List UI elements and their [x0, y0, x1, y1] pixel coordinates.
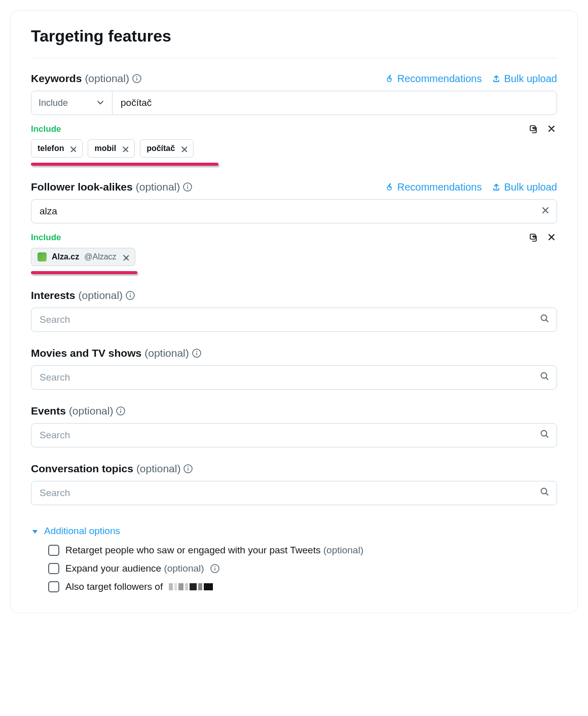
- optional-text: (optional): [85, 72, 129, 85]
- option-text: Expand your audience: [65, 563, 161, 574]
- annotation-underline: [31, 163, 218, 166]
- retarget-option: Retarget people who saw or engaged with …: [48, 545, 557, 556]
- interests-input[interactable]: [31, 308, 557, 332]
- keywords-label: Keywords (optional): [31, 72, 141, 85]
- remove-chip-icon[interactable]: [180, 145, 187, 152]
- topics-label: Conversation topics (optional): [31, 463, 193, 475]
- flame-icon: [385, 182, 394, 192]
- chevron-down-icon: [96, 98, 105, 107]
- copy-add-icon[interactable]: [529, 233, 539, 243]
- search-icon: [540, 487, 550, 499]
- option-text: Also target followers of: [65, 581, 163, 592]
- optional-text: (optional): [79, 289, 123, 302]
- recommendations-link[interactable]: Recommendations: [385, 73, 482, 85]
- expand-checkbox[interactable]: [48, 563, 59, 574]
- info-icon[interactable]: [116, 406, 125, 416]
- expand-audience-option: Expand your audience (optional): [48, 563, 557, 574]
- optional-text: (optional): [69, 405, 114, 417]
- additional-options: Additional options Retarget people who s…: [31, 520, 557, 592]
- redacted-handle: [169, 583, 213, 590]
- info-icon[interactable]: [183, 464, 193, 473]
- followers-label: Follower look-alikes (optional): [31, 181, 192, 193]
- additional-options-toggle[interactable]: Additional options: [31, 525, 120, 537]
- include-label: Include: [31, 233, 61, 243]
- bulk-upload-link[interactable]: Bulk upload: [492, 181, 557, 193]
- optional-text: (optional): [144, 347, 189, 359]
- movies-label: Movies and TV shows (optional): [31, 347, 201, 359]
- additional-options-label: Additional options: [44, 525, 120, 537]
- copy-add-icon[interactable]: [529, 124, 539, 134]
- upload-icon: [492, 74, 501, 83]
- annotation-underline: [31, 271, 137, 274]
- include-label: Include: [31, 124, 61, 134]
- search-icon: [540, 429, 550, 441]
- keywords-input-row: Include: [31, 91, 557, 115]
- recommendations-link[interactable]: Recommendations: [385, 181, 482, 193]
- info-icon[interactable]: [210, 564, 219, 573]
- page-title: Targeting features: [31, 27, 557, 58]
- events-input[interactable]: [31, 423, 557, 447]
- recommendations-text: Recommendations: [397, 73, 482, 85]
- info-icon[interactable]: [132, 74, 141, 83]
- account-chip[interactable]: Alza.cz @Alzacz: [31, 248, 135, 266]
- retarget-checkbox[interactable]: [48, 545, 59, 556]
- remove-chip-icon[interactable]: [69, 145, 76, 152]
- movies-section: Movies and TV shows (optional): [31, 347, 557, 390]
- upload-icon: [492, 182, 501, 192]
- followers-input[interactable]: [31, 199, 557, 223]
- optional-text: (optional): [164, 563, 204, 574]
- target-followers-option: Also target followers of: [48, 581, 557, 592]
- recommendations-text: Recommendations: [397, 181, 482, 193]
- account-handle: @Alzacz: [84, 252, 116, 261]
- events-section: Events (optional): [31, 405, 557, 447]
- interests-section: Interests (optional): [31, 289, 557, 332]
- followers-chips: Alza.cz @Alzacz: [31, 248, 135, 266]
- bulk-upload-text: Bulk upload: [504, 73, 557, 85]
- keywords-section: Keywords (optional) Recommendations Bulk…: [31, 72, 557, 166]
- search-icon: [540, 371, 550, 384]
- info-icon[interactable]: [126, 291, 135, 300]
- keyword-chip[interactable]: telefon: [31, 139, 83, 158]
- keywords-label-text: Keywords: [31, 72, 82, 85]
- targeting-features-card: Targeting features Keywords (optional) R…: [10, 10, 578, 613]
- keywords-chips: telefon mobil počítač: [31, 139, 194, 158]
- followers-label-text: Follower look-alikes: [31, 181, 133, 193]
- interests-label: Interests (optional): [31, 289, 135, 302]
- events-label-text: Events: [31, 405, 66, 417]
- target-followers-checkbox[interactable]: [48, 581, 59, 592]
- optional-text: (optional): [323, 545, 363, 555]
- flame-icon: [385, 74, 394, 83]
- followers-section: Follower look-alikes (optional) Recommen…: [31, 181, 557, 274]
- remove-chip-icon[interactable]: [121, 145, 128, 152]
- caret-down-icon: [31, 527, 38, 535]
- keywords-mode-select[interactable]: Include: [31, 91, 113, 115]
- keywords-input[interactable]: [113, 91, 557, 115]
- mode-value: Include: [39, 98, 68, 108]
- search-icon: [540, 314, 550, 326]
- chip-text: telefon: [38, 144, 64, 153]
- account-name: Alza.cz: [52, 252, 79, 261]
- events-label: Events (optional): [31, 405, 125, 417]
- clear-all-icon[interactable]: [547, 233, 557, 243]
- optional-text: (optional): [136, 463, 181, 475]
- movies-input[interactable]: [31, 365, 557, 390]
- topics-input[interactable]: [31, 481, 557, 505]
- optional-text: (optional): [136, 181, 180, 193]
- keyword-chip[interactable]: mobil: [88, 139, 135, 158]
- info-icon[interactable]: [192, 349, 201, 358]
- chip-text: mobil: [94, 144, 116, 153]
- remove-chip-icon[interactable]: [122, 253, 129, 260]
- info-icon[interactable]: [183, 182, 192, 192]
- movies-label-text: Movies and TV shows: [31, 347, 141, 359]
- clear-input-icon[interactable]: [541, 206, 550, 217]
- chip-text: počítač: [146, 144, 175, 153]
- avatar: [38, 252, 47, 261]
- keyword-chip[interactable]: počítač: [140, 139, 194, 158]
- bulk-upload-link[interactable]: Bulk upload: [492, 73, 557, 85]
- option-text: Retarget people who saw or engaged with …: [65, 545, 320, 555]
- topics-label-text: Conversation topics: [31, 463, 133, 475]
- bulk-upload-text: Bulk upload: [504, 181, 557, 193]
- clear-all-icon[interactable]: [547, 124, 557, 134]
- topics-section: Conversation topics (optional): [31, 463, 557, 505]
- interests-label-text: Interests: [31, 289, 76, 302]
